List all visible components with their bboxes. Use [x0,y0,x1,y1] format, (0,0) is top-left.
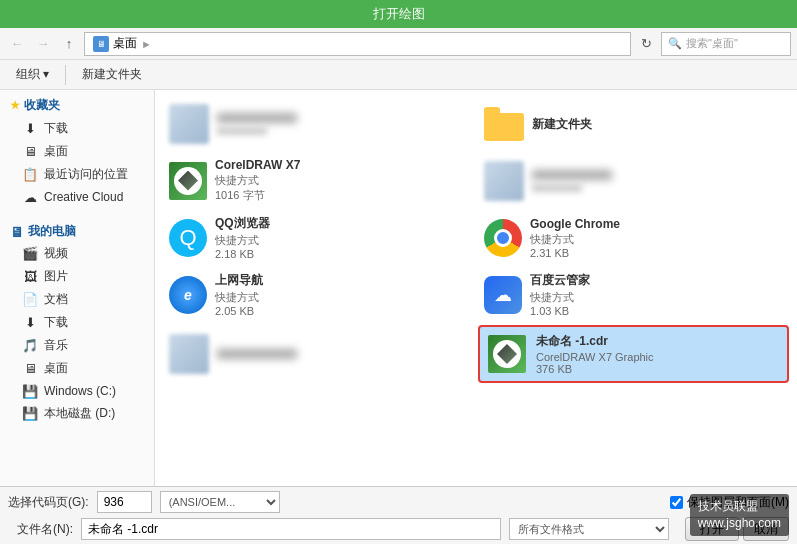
list-item[interactable]: e 上网导航 快捷方式 2.05 KB [163,268,474,321]
file-sub: 快捷方式 [530,232,783,247]
sidebar-item-desktop2[interactable]: 🖥 桌面 [0,357,154,380]
codepage-select[interactable]: (ANSI/OEM... [160,491,280,513]
codepage-input[interactable] [97,491,152,513]
sidebar-item-downloads[interactable]: ⬇ 下载 [0,117,154,140]
favorites-section: 收藏夹 ⬇ 下载 🖥 桌面 📋 最近访问的位置 ☁ Creative Cloud [0,94,154,208]
file-info [532,170,783,192]
blurred-name [217,113,297,123]
file-sub: 快捷方式 [215,233,468,248]
file-name: 上网导航 [215,272,468,289]
bottom-bar: 选择代码页(G): (ANSI/OEM... 保持图层和页面(M) 文件名(N)… [0,486,797,544]
sidebar-item-label: Creative Cloud [44,190,123,204]
filename-input[interactable] [81,518,501,540]
sidebar-item-video[interactable]: 🎬 视频 [0,242,154,265]
codepage-label: 选择代码页(G): [8,494,89,511]
list-item[interactable]: CorelDRAW X7 快捷方式 1016 字节 [163,154,474,207]
blurred-icon [169,104,209,144]
file-name: 新建文件夹 [532,116,783,133]
my-computer-label: 我的电脑 [28,223,76,240]
sidebar-item-desktop[interactable]: 🖥 桌面 [0,140,154,163]
coreldraw-icon [169,162,207,200]
list-item[interactable]: Google Chrome 快捷方式 2.31 KB [478,211,789,264]
sidebar-item-documents[interactable]: 📄 文档 [0,288,154,311]
sidebar-item-label: 桌面 [44,143,68,160]
list-item[interactable]: ☁ 百度云管家 快捷方式 1.03 KB [478,268,789,321]
folder-icon [484,107,524,141]
file-sub: 快捷方式 [215,290,468,305]
keep-layers-checkbox[interactable] [670,496,683,509]
refresh-button[interactable]: ↻ [635,33,657,55]
address-path[interactable]: 🖥 桌面 ► [84,32,631,56]
forward-button[interactable]: → [32,33,54,55]
sidebar-item-label: 下载 [44,314,68,331]
ie-icon: e [169,276,207,314]
filename-label: 文件名(N): [8,521,73,538]
filetype-select[interactable]: 所有文件格式 [509,518,669,540]
search-box[interactable]: 🔍 搜索"桌面" [661,32,791,56]
watermark: 技术员联盟 www.jsgho.com [690,494,789,536]
sidebar-item-pictures[interactable]: 🖼 图片 [0,265,154,288]
sidebar-item-music[interactable]: 🎵 音乐 [0,334,154,357]
music-icon: 🎵 [22,338,38,354]
file-info: 新建文件夹 [532,116,783,133]
blurred-name [217,349,297,359]
documents-icon: 📄 [22,292,38,308]
blurred-sub [217,127,267,135]
sidebar-item-c-drive[interactable]: 💾 Windows (C:) [0,380,154,402]
file-name: 百度云管家 [530,272,783,289]
organize-label: 组织 ▾ [16,66,49,83]
list-item[interactable] [163,98,474,150]
file-size: 2.18 KB [215,248,468,260]
back-button[interactable]: ← [6,33,28,55]
sidebar-item-d-drive[interactable]: 💾 本地磁盘 (D:) [0,402,154,425]
watermark-line2: www.jsgho.com [698,515,781,532]
sidebar-item-label: 本地磁盘 (D:) [44,405,115,422]
title-bar: 打开绘图 [0,0,797,28]
new-folder-button[interactable]: 新建文件夹 [74,63,150,87]
toolbar: 组织 ▾ 新建文件夹 [0,60,797,90]
file-sub: 快捷方式 [215,173,468,188]
list-item[interactable]: 新建文件夹 [478,98,789,150]
file-info: CorelDRAW X7 快捷方式 1016 字节 [215,158,468,203]
sidebar-item-downloads2[interactable]: ⬇ 下载 [0,311,154,334]
chrome-icon [484,219,522,257]
list-item[interactable] [478,154,789,207]
path-text: 桌面 [113,35,137,52]
blurred-name [532,170,612,180]
desktop2-icon: 🖥 [22,361,38,377]
file-info: QQ浏览器 快捷方式 2.18 KB [215,215,468,260]
sidebar: 收藏夹 ⬇ 下载 🖥 桌面 📋 最近访问的位置 ☁ Creative Cloud… [0,90,155,486]
watermark-line1: 技术员联盟 [698,498,781,515]
organize-button[interactable]: 组织 ▾ [8,63,57,87]
selected-file-item[interactable]: 未命名 -1.cdr CorelDRAW X7 Graphic 376 KB [478,325,789,383]
selected-file-sub: CorelDRAW X7 Graphic [536,351,779,363]
download-icon: ⬇ [22,121,38,137]
favorites-title[interactable]: 收藏夹 [0,94,154,117]
pc-icon: 🖥 [10,224,24,240]
pictures-icon: 🖼 [22,269,38,285]
sidebar-item-label: 下载 [44,120,68,137]
list-item[interactable] [163,325,474,383]
list-item[interactable]: Q QQ浏览器 快捷方式 2.18 KB [163,211,474,264]
blurred-icon [484,161,524,201]
favorites-label: 收藏夹 [24,97,60,114]
selected-cdr-icon [488,335,526,373]
file-info: 上网导航 快捷方式 2.05 KB [215,272,468,317]
c-drive-icon: 💾 [22,383,38,399]
sidebar-item-creative-cloud[interactable]: ☁ Creative Cloud [0,186,154,208]
file-sub: 快捷方式 [530,290,783,305]
download2-icon: ⬇ [22,315,38,331]
video-icon: 🎬 [22,246,38,262]
file-size: 2.05 KB [215,305,468,317]
file-size: 2.31 KB [530,247,783,259]
sidebar-item-label: 文档 [44,291,68,308]
up-button[interactable]: ↑ [58,33,80,55]
blurred-sub [532,184,582,192]
file-name: CorelDRAW X7 [215,158,468,172]
blurred-icon [169,334,209,374]
path-separator: ► [141,38,152,50]
sidebar-item-recent[interactable]: 📋 最近访问的位置 [0,163,154,186]
my-computer-title[interactable]: 🖥 我的电脑 [0,218,154,242]
new-folder-label: 新建文件夹 [82,66,142,83]
file-info [217,349,468,359]
